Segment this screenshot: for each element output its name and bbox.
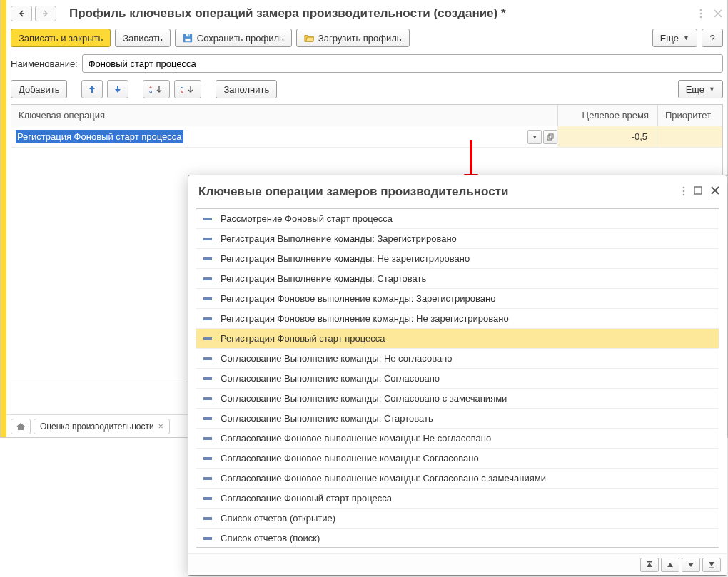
kebab-icon[interactable] [696, 9, 706, 19]
tab-performance[interactable]: Оценка производительности × [34, 419, 170, 434]
svg-marker-28 [688, 563, 694, 567]
selected-operation-text: Регистрация Фоновый старт процесса [16, 130, 183, 143]
list-item[interactable]: Список отчетов (открытие) [196, 509, 719, 529]
svg-rect-10 [188, 34, 189, 36]
triangle-up-icon [667, 561, 674, 568]
svg-rect-30 [709, 567, 714, 568]
list-item[interactable]: Рассмотрение Фоновый старт процесса [196, 209, 719, 229]
home-button[interactable] [11, 419, 31, 434]
item-label: Список отчетов (открытие) [221, 513, 335, 524]
more-label: Еще [660, 33, 679, 44]
svg-marker-29 [709, 562, 714, 566]
table-header: Ключевая операция Целевое время Приорите… [11, 105, 722, 126]
sort-desc-icon: ЯА [181, 84, 195, 94]
list-item[interactable]: Регистрация Фоновое выполнение команды: … [196, 309, 719, 329]
svg-marker-26 [647, 563, 652, 567]
item-icon [203, 455, 213, 462]
titlebar: Профиль ключевых операций замера произво… [11, 3, 723, 24]
save-button[interactable]: Записать [115, 29, 171, 47]
list-item[interactable]: Регистрация Выполнение команды: Стартова… [196, 269, 719, 289]
list-item[interactable]: Согласование Выполнение команды: Стартов… [196, 409, 719, 429]
th-priority[interactable]: Приоритет [658, 105, 722, 126]
help-label: ? [709, 33, 714, 44]
item-icon [203, 375, 213, 382]
more-button[interactable]: Еще▼ [652, 29, 697, 47]
fill-label: Заполнить [223, 84, 269, 95]
dropdown-button[interactable]: ▾ [527, 130, 542, 144]
list-item[interactable]: Согласование Фоновое выполнение команды:… [196, 449, 719, 469]
popup-list[interactable]: Рассмотрение Фоновый старт процессаРегис… [196, 209, 719, 548]
popup-key-operations: Ключевые операции замеров производительн… [188, 175, 727, 576]
th-target-time[interactable]: Целевое время [558, 105, 658, 126]
item-label: Регистрация Фоновый старт процесса [221, 333, 385, 344]
list-item[interactable]: Согласование Фоновое выполнение команды:… [196, 469, 719, 489]
save-profile-label: Сохранить профиль [197, 33, 284, 44]
page-last-button[interactable] [702, 558, 721, 572]
svg-point-19 [683, 186, 685, 188]
list-item[interactable]: Регистрация Фоновое выполнение команды: … [196, 289, 719, 309]
arrow-right-icon [42, 10, 49, 17]
popup-maximize-icon[interactable] [694, 186, 702, 198]
list-item[interactable]: Согласование Фоновый старт процесса [196, 489, 719, 509]
nav-forward-button[interactable] [35, 6, 56, 21]
arrow-down-icon [114, 85, 121, 93]
main-toolbar: Записать и закрыть Записать Сохранить пр… [11, 29, 723, 47]
list-item[interactable]: Список отчетов (поиск) [196, 529, 719, 548]
nav-back-button[interactable] [11, 6, 32, 21]
item-icon [203, 215, 213, 223]
list-item[interactable]: Согласование Выполнение команды: Не согл… [196, 349, 719, 369]
table-more-label: Еще [686, 84, 704, 95]
page-up-button[interactable] [661, 558, 679, 572]
folder-open-icon [304, 33, 314, 43]
popup-kebab-icon[interactable] [682, 186, 685, 198]
table-row[interactable]: Регистрация Фоновый старт процесса ▾ -0,… [11, 126, 722, 148]
save-and-close-button[interactable]: Записать и закрыть [11, 29, 111, 47]
add-button[interactable]: Добавить [11, 80, 67, 98]
popup-titlebar: Ключевые операции замеров производительн… [188, 175, 727, 208]
save-profile-button[interactable]: Сохранить профиль [175, 29, 292, 47]
left-gutter [1, 0, 6, 437]
fill-button[interactable]: Заполнить [216, 80, 277, 98]
cell-target-time[interactable]: -0,5 [558, 126, 658, 147]
tab-close-icon[interactable]: × [158, 422, 163, 432]
svg-point-3 [700, 13, 702, 15]
page-down-button[interactable] [682, 558, 700, 572]
help-button[interactable]: ? [702, 29, 723, 47]
item-label: Регистрация Фоновое выполнение команды: … [221, 313, 509, 324]
item-icon [203, 475, 213, 482]
close-icon[interactable] [713, 9, 723, 19]
item-label: Регистрация Фоновое выполнение команды: … [221, 293, 495, 304]
triangle-down-bar-icon [708, 561, 715, 568]
svg-rect-16 [549, 134, 553, 138]
item-label: Рассмотрение Фоновый старт процесса [221, 213, 393, 224]
item-icon [203, 395, 213, 402]
cell-priority[interactable] [658, 126, 722, 147]
load-profile-button[interactable]: Загрузить профиль [296, 29, 410, 47]
item-icon [203, 295, 213, 302]
list-item[interactable]: Согласование Фоновое выполнение команды:… [196, 429, 719, 449]
list-item[interactable]: Регистрация Выполнение команды: Зарегист… [196, 229, 719, 249]
item-icon [203, 495, 213, 502]
item-icon [203, 335, 213, 342]
open-button[interactable] [543, 130, 557, 144]
list-item[interactable]: Согласование Выполнение команды: Согласо… [196, 369, 719, 389]
th-operation[interactable]: Ключевая операция [11, 105, 558, 126]
sort-desc-button[interactable]: ЯА [174, 80, 201, 98]
move-down-button[interactable] [107, 80, 128, 98]
item-icon [203, 535, 213, 542]
popup-close-icon[interactable] [711, 186, 719, 198]
item-icon [203, 355, 213, 362]
svg-rect-8 [185, 39, 190, 41]
list-item[interactable]: Согласование Выполнение команды: Согласо… [196, 389, 719, 409]
list-item[interactable]: Регистрация Фоновый старт процесса [196, 329, 719, 349]
move-up-button[interactable] [81, 80, 103, 98]
item-icon [203, 255, 213, 262]
name-input[interactable] [82, 54, 723, 73]
page-first-button[interactable] [640, 558, 659, 572]
item-icon [203, 415, 213, 422]
list-item[interactable]: Регистрация Выполнение команды: Не зарег… [196, 249, 719, 269]
open-external-icon [547, 133, 554, 141]
item-label: Согласование Выполнение команды: Согласо… [221, 393, 507, 404]
sort-asc-button[interactable]: АЯ [143, 80, 170, 98]
table-more-button[interactable]: Еще▼ [678, 80, 723, 98]
